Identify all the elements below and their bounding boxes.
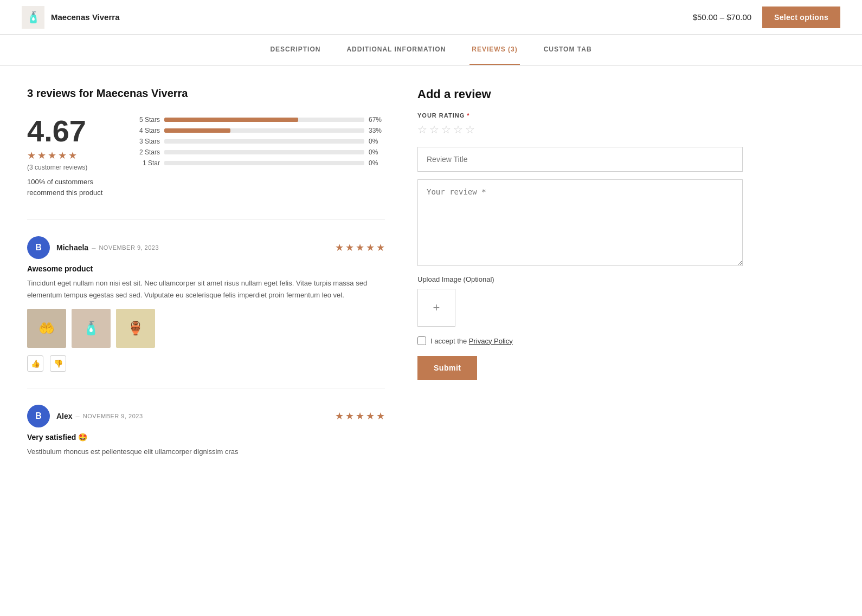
review-title-input[interactable] <box>417 147 743 172</box>
reviews-section: 3 reviews for Maecenas Viverra 4.67 ★ ★ … <box>27 87 385 482</box>
rating-stars-input[interactable]: ☆ ☆ ☆ ☆ ☆ <box>417 123 743 136</box>
select-options-button[interactable]: Select options <box>762 7 840 28</box>
privacy-row: I accept the Privacy Policy <box>417 336 743 345</box>
review-item-1: B Michaela – NOVEMBER 9, 2023 ★ ★ ★ ★ ★ <box>27 219 385 388</box>
bar-pct-4: 33% <box>369 127 385 134</box>
privacy-policy-link[interactable]: Privacy Policy <box>469 337 513 345</box>
submit-button[interactable]: Submit <box>417 356 477 380</box>
review-header-2: B Alex – NOVEMBER 9, 2023 ★ ★ ★ ★ ★ <box>27 405 385 427</box>
tab-custom[interactable]: CUSTOM TAB <box>542 35 594 65</box>
review-image-1b[interactable]: 🧴 <box>72 309 111 348</box>
rating-summary: 4.67 ★ ★ ★ ★ ★ (3 customer reviews) 100%… <box>27 116 385 198</box>
tab-additional-info[interactable]: ADDITIONAL INFORMATION <box>344 35 448 65</box>
review-actions-1: 👍 👎 <box>27 355 385 372</box>
reviewer-meta-2: Alex – NOVEMBER 9, 2023 <box>56 412 143 420</box>
reviewer-meta-1: Michaela – NOVEMBER 9, 2023 <box>56 243 159 252</box>
rating-required: * <box>467 112 469 119</box>
thumbs-up-button-1[interactable]: 👍 <box>27 355 43 372</box>
avatar-2: B <box>27 405 50 427</box>
summary-stars: ★ ★ ★ ★ ★ <box>27 150 77 161</box>
avatar-1: B <box>27 236 50 259</box>
bar-pct-5: 67% <box>369 116 385 124</box>
tab-reviews[interactable]: REVIEWS (3) <box>469 35 519 65</box>
bar-fill-4 <box>164 128 230 133</box>
reviewer-date-2: NOVEMBER 9, 2023 <box>83 413 143 419</box>
privacy-text: I accept the Privacy Policy <box>430 337 513 345</box>
product-tabs: DESCRIPTION ADDITIONAL INFORMATION REVIE… <box>0 35 862 66</box>
bar-row-4: 4 Stars 33% <box>130 127 385 134</box>
bar-track-2 <box>164 150 364 154</box>
reviewer-name-date-1: Michaela – NOVEMBER 9, 2023 <box>56 243 159 252</box>
rating-big: 4.67 ★ ★ ★ ★ ★ (3 customer reviews) 100%… <box>27 116 114 198</box>
review-item-2: B Alex – NOVEMBER 9, 2023 ★ ★ ★ ★ ★ <box>27 388 385 482</box>
rating-star-3[interactable]: ☆ <box>441 123 451 136</box>
star-4: ★ <box>58 150 67 161</box>
reviewer-info-2: B Alex – NOVEMBER 9, 2023 <box>27 405 143 427</box>
reviewer-name-date-2: Alex – NOVEMBER 9, 2023 <box>56 412 143 420</box>
reviewer-name-1: Michaela <box>56 243 88 252</box>
header: 🧴 Maecenas Viverra $50.00 – $70.00 Selec… <box>0 0 862 35</box>
bar-chart: 5 Stars 67% 4 Stars 33% 3 Stars <box>130 116 385 170</box>
main-content: 3 reviews for Maecenas Viverra 4.67 ★ ★ … <box>0 66 862 503</box>
rating-star-4[interactable]: ☆ <box>453 123 463 136</box>
bar-pct-1: 0% <box>369 159 385 167</box>
header-left: 🧴 Maecenas Viverra <box>22 6 119 29</box>
product-thumbnail: 🧴 <box>22 6 44 29</box>
privacy-checkbox[interactable] <box>417 336 426 345</box>
review-header-1: B Michaela – NOVEMBER 9, 2023 ★ ★ ★ ★ ★ <box>27 236 385 259</box>
review-image-1a[interactable]: 🤲 <box>27 309 66 348</box>
rating-count: (3 customer reviews) <box>27 164 87 171</box>
recommend-text: 100% of custommers recommend this produc… <box>27 177 114 198</box>
bar-label-1: 1 Star <box>130 159 160 167</box>
review-images-1: 🤲 🧴 🏺 <box>27 309 385 348</box>
bar-fill-5 <box>164 118 298 122</box>
review-image-1c[interactable]: 🏺 <box>116 309 155 348</box>
rating-star-2[interactable]: ☆ <box>429 123 439 136</box>
review-title-2: Very satisfied 🤩 <box>27 433 385 442</box>
star-3: ★ <box>48 150 56 161</box>
review-title-1: Awesome product <box>27 264 385 273</box>
header-right: $50.00 – $70.00 Select options <box>693 7 840 28</box>
review-stars-2: ★ ★ ★ ★ ★ <box>335 410 385 422</box>
bar-track-1 <box>164 161 364 165</box>
dash-2: – <box>76 412 80 420</box>
star-2: ★ <box>37 150 46 161</box>
star-5: ★ <box>68 150 77 161</box>
overall-rating: 4.67 <box>27 116 86 146</box>
bar-track-3 <box>164 139 364 144</box>
bar-label-2: 2 Stars <box>130 148 160 156</box>
upload-image-button[interactable]: + <box>417 289 455 327</box>
bar-label-5: 5 Stars <box>130 116 160 124</box>
review-text-2: Vestibulum rhoncus est pellentesque elit… <box>27 446 385 458</box>
bar-row-5: 5 Stars 67% <box>130 116 385 124</box>
rating-star-5[interactable]: ☆ <box>465 123 475 136</box>
dash-1: – <box>92 244 95 252</box>
bar-pct-2: 0% <box>369 148 385 156</box>
star-1: ★ <box>27 150 36 161</box>
review-text-1: Tincidunt eget nullam non nisi est sit. … <box>27 277 385 301</box>
tab-description[interactable]: DESCRIPTION <box>268 35 323 65</box>
add-review-heading: Add a review <box>417 87 743 101</box>
reviewer-name-2: Alex <box>56 412 73 420</box>
add-review-section: Add a review YOUR RATING * ☆ ☆ ☆ ☆ ☆ Upl… <box>417 87 743 482</box>
review-text-input[interactable] <box>417 179 743 266</box>
bar-label-4: 4 Stars <box>130 127 160 134</box>
reviewer-info-1: B Michaela – NOVEMBER 9, 2023 <box>27 236 159 259</box>
bar-track-4 <box>164 128 364 133</box>
bar-label-3: 3 Stars <box>130 138 160 145</box>
bar-row-1: 1 Star 0% <box>130 159 385 167</box>
reviews-heading: 3 reviews for Maecenas Viverra <box>27 87 385 100</box>
bar-track-5 <box>164 118 364 122</box>
product-name: Maecenas Viverra <box>51 12 119 22</box>
your-rating-label: YOUR RATING * <box>417 112 743 119</box>
bar-pct-3: 0% <box>369 138 385 145</box>
rating-star-1[interactable]: ☆ <box>417 123 427 136</box>
thumbs-down-button-1[interactable]: 👎 <box>50 355 66 372</box>
bar-row-2: 2 Stars 0% <box>130 148 385 156</box>
reviewer-date-1: NOVEMBER 9, 2023 <box>99 244 159 251</box>
upload-label: Upload Image (Optional) <box>417 275 743 283</box>
price-range: $50.00 – $70.00 <box>693 12 751 22</box>
review-stars-1: ★ ★ ★ ★ ★ <box>335 242 385 254</box>
bar-row-3: 3 Stars 0% <box>130 138 385 145</box>
